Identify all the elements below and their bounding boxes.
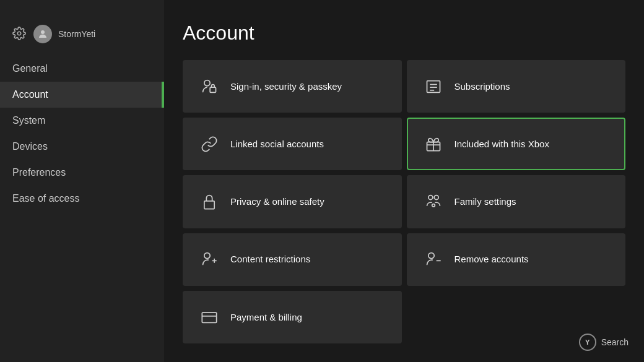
svg-point-0 [17, 32, 21, 35]
grid-item-label-remove-accounts: Remove accounts [455, 253, 529, 265]
page-title: Account [183, 22, 625, 45]
main-content: Account Sign-in, security & passkeySubsc… [164, 0, 644, 362]
svg-point-11 [434, 195, 438, 199]
gift-icon [424, 134, 443, 154]
search-label: Search [601, 337, 629, 347]
grid-item-payment-billing[interactable]: Payment & billing [183, 291, 402, 343]
sidebar-item-devices[interactable]: Devices [0, 134, 164, 160]
svg-point-12 [432, 204, 435, 207]
grid-item-sign-in-security[interactable]: Sign-in, security & passkey [183, 60, 402, 113]
avatar [33, 25, 52, 43]
family-icon [424, 192, 443, 212]
person-lock-icon [199, 77, 219, 97]
grid-item-included-xbox[interactable]: Included with this Xbox [407, 118, 626, 170]
svg-point-13 [204, 253, 210, 259]
person-remove-icon [424, 249, 443, 269]
grid-item-family-settings[interactable]: Family settings [407, 175, 626, 228]
sidebar-item-preferences[interactable]: Preferences [0, 160, 164, 186]
person-add-icon [199, 249, 219, 269]
account-grid: Sign-in, security & passkeySubscriptions… [183, 60, 625, 343]
svg-point-16 [428, 253, 433, 259]
sidebar-item-system[interactable]: System [0, 108, 164, 134]
grid-item-remove-accounts[interactable]: Remove accounts [407, 233, 626, 286]
grid-item-content-restrictions[interactable]: Content restrictions [183, 233, 402, 286]
sidebar-item-general[interactable]: General [0, 56, 164, 82]
grid-item-label-payment-billing: Payment & billing [230, 311, 302, 324]
list-text-icon [424, 77, 443, 97]
grid-item-label-family-settings: Family settings [455, 196, 516, 208]
user-info: StormYeti [0, 19, 164, 56]
sidebar: StormYeti GeneralAccountSystemDevicesPre… [0, 0, 164, 362]
sidebar-item-ease-of-access[interactable]: Ease of access [0, 186, 164, 212]
gear-icon[interactable] [12, 27, 27, 41]
grid-item-label-linked-social: Linked social accounts [230, 138, 324, 150]
grid-item-label-included-xbox: Included with this Xbox [455, 138, 549, 150]
grid-item-label-sign-in-security: Sign-in, security & passkey [230, 80, 342, 93]
grid-item-linked-social[interactable]: Linked social accounts [183, 118, 402, 170]
search-button-key: Y [579, 334, 596, 351]
svg-rect-3 [210, 87, 215, 92]
svg-point-1 [41, 30, 45, 34]
grid-item-privacy-safety[interactable]: Privacy & online safety [183, 175, 402, 228]
grid-item-subscriptions[interactable]: Subscriptions [407, 60, 626, 113]
lock-icon [199, 192, 219, 212]
svg-rect-18 [202, 312, 216, 322]
card-icon [199, 307, 219, 327]
svg-point-2 [204, 80, 210, 85]
svg-rect-9 [204, 201, 214, 209]
grid-item-label-subscriptions: Subscriptions [455, 80, 510, 93]
grid-item-label-content-restrictions: Content restrictions [230, 253, 310, 265]
sidebar-nav: GeneralAccountSystemDevicesPreferencesEa… [0, 56, 164, 212]
search-button[interactable]: Y Search [579, 334, 629, 351]
links-icon [199, 134, 219, 154]
grid-item-label-privacy-safety: Privacy & online safety [230, 196, 324, 208]
svg-point-10 [428, 195, 432, 199]
username: StormYeti [58, 29, 95, 39]
sidebar-item-account[interactable]: Account [0, 82, 164, 108]
